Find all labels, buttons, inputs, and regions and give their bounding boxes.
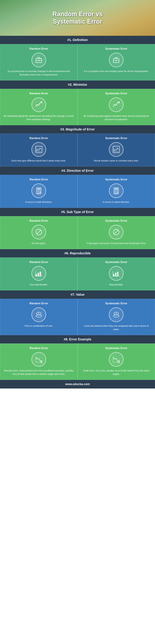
svg-rect-28: [116, 192, 117, 192]
icon-chart-random: [31, 142, 46, 157]
svg-rect-18: [38, 192, 39, 192]
section-header-5: #5. Sub Type of Error: [0, 208, 155, 216]
section-reproducible: #6. Reproducible Random Error Non-reprod…: [0, 249, 155, 290]
main-title: Random Error vs Systematic Error: [52, 10, 102, 25]
icon-no-random: [31, 225, 46, 240]
col-systematic-2: Systematic Error By comparing value agai…: [78, 89, 155, 125]
col-text-systematic-2: By comparing value against standard valu…: [81, 114, 152, 121]
svg-rect-21: [38, 193, 39, 194]
col-text-systematic-3: Result remains same or constant every ti…: [94, 159, 139, 162]
footer-text: www.educba.com: [65, 382, 90, 386]
icon-bar-systematic: [109, 266, 124, 281]
svg-rect-24: [115, 190, 116, 191]
col-title-systematic-3: Systematic Error: [105, 136, 127, 140]
col-title-random-7: Random Error: [29, 302, 48, 305]
col-systematic-6: Systematic Error Reproducible.: [78, 258, 155, 290]
svg-rect-37: [38, 273, 39, 276]
icon-chart-systematic: [109, 142, 124, 157]
col-random-5: Random Error No Sub types.: [0, 216, 78, 249]
section-header-4: #4. Direction of Error: [0, 166, 155, 175]
col-title-systematic-5: Systematic Error: [105, 219, 127, 222]
col-random-3: Random Error Each time give different re…: [0, 134, 78, 166]
section-header-8: #8. Error Example: [0, 335, 155, 344]
col-text-systematic-1: It is a constant error and remains same …: [84, 70, 149, 73]
icon-no-systematic: [109, 225, 124, 240]
col-title-random-4: Random Error: [29, 178, 48, 181]
svg-line-35: [114, 230, 118, 234]
footer: www.educba.com: [0, 380, 155, 388]
col-random-4: Random Error It occurs in both direction…: [0, 175, 78, 208]
header-banner: Random Error vs Systematic Error: [0, 0, 155, 36]
col-title-systematic-1: Systematic Error: [105, 47, 127, 50]
icon-line-chart-down-random: [31, 352, 46, 367]
section-header-2: #2. Minimize: [0, 80, 155, 89]
icon-briefcase-systematic: [109, 53, 124, 67]
col-text-random-7: Price is combination of cost.: [25, 324, 53, 328]
section-minimize: #2. Minimize Random Error By repeatedly …: [0, 80, 155, 125]
col-text-random-4: It occurs in both directions.: [25, 200, 52, 204]
section-definition: #1. Definition Random Error It's occurre…: [0, 36, 155, 80]
section-magnitude: #3. Magnitude of Error Random Error Each…: [0, 125, 155, 166]
col-title-systematic-4: Systematic Error: [105, 178, 127, 181]
col-text-systematic-8: Scale error, zero error, parallax error …: [81, 369, 152, 376]
svg-rect-2: [38, 60, 39, 61]
section-header-7: #7. Value: [0, 290, 155, 299]
icon-line-chart-down-systematic: [109, 352, 124, 367]
col-text-systematic-7: Costs are lowered when they are compared…: [81, 324, 152, 331]
col-title-random-8: Random Error: [29, 346, 48, 350]
section-header-6: #6. Reproducible: [0, 249, 155, 258]
col-text-systematic-4: It occurs in same direction.: [103, 200, 130, 204]
col-title-systematic-2: Systematic Error: [105, 92, 127, 95]
icon-trend-systematic: [109, 98, 124, 112]
col-text-random-2: By repeatedly taking the reading and cal…: [3, 114, 74, 121]
svg-rect-23: [115, 188, 118, 190]
icon-briefcase-random: [31, 53, 46, 67]
col-text-random-5: No Sub types.: [32, 242, 46, 245]
col-title-systematic-7: Systematic Error: [105, 302, 127, 305]
svg-rect-9: [113, 146, 120, 153]
col-text-systematic-5: 3 Sub types Instrument, Environment and …: [86, 242, 146, 245]
svg-rect-14: [37, 190, 38, 191]
col-title-random-3: Random Error: [29, 136, 48, 140]
svg-line-53: [41, 363, 42, 363]
svg-line-33: [37, 230, 41, 234]
col-random-8: Random Error Reaction time, measurement …: [0, 344, 78, 380]
svg-rect-20: [37, 193, 38, 194]
svg-rect-26: [117, 190, 118, 191]
col-random-6: Random Error Non-reproducible.: [0, 258, 78, 290]
svg-rect-42: [115, 273, 117, 276]
icon-trend-random: [31, 98, 46, 112]
section-value: #7. Value Random Error $ Price is combin…: [0, 290, 155, 335]
svg-rect-43: [117, 272, 119, 276]
col-title-random-1: Random Error: [29, 47, 48, 50]
col-text-random-3: Each time give different result that it …: [11, 159, 66, 162]
col-systematic-8: Systematic Error Scale error, zero error…: [78, 344, 155, 380]
section-subtype: #5. Sub Type of Error Random Error No Su…: [0, 208, 155, 249]
svg-rect-30: [115, 193, 116, 194]
col-title-systematic-8: Systematic Error: [105, 346, 127, 350]
svg-rect-17: [37, 192, 38, 192]
col-title-systematic-6: Systematic Error: [105, 260, 127, 264]
icon-calculator-systematic: [109, 184, 124, 198]
col-text-systematic-6: Reproducible.: [109, 283, 123, 286]
section-error-example: #8. Error Example Random Error Reaction …: [0, 335, 155, 380]
col-title-random-2: Random Error: [29, 92, 48, 95]
svg-rect-36: [36, 274, 37, 276]
svg-rect-13: [37, 188, 40, 190]
col-text-random-8: Reaction time, measurement error from in…: [3, 369, 74, 376]
col-systematic-5: Systematic Error 3 Sub types Instrument,…: [78, 216, 155, 249]
svg-rect-5: [116, 60, 117, 61]
col-random-1: Random Error It's occurred due to uncert…: [0, 44, 78, 80]
col-systematic-4: Systematic Error It occurs in same direc…: [78, 175, 155, 208]
svg-rect-31: [116, 193, 117, 194]
svg-rect-38: [40, 272, 41, 276]
col-text-random-6: Non-reproducible.: [30, 283, 48, 286]
svg-rect-19: [40, 192, 41, 193]
col-title-random-5: Random Error: [29, 219, 48, 222]
col-systematic-7: Systematic Error $ Costs are lowered whe…: [78, 299, 155, 335]
svg-text:$: $: [38, 313, 39, 314]
svg-line-57: [119, 363, 120, 363]
svg-rect-27: [115, 192, 116, 192]
col-random-7: Random Error $ Price is combination of c…: [0, 299, 78, 335]
svg-rect-16: [40, 190, 41, 191]
